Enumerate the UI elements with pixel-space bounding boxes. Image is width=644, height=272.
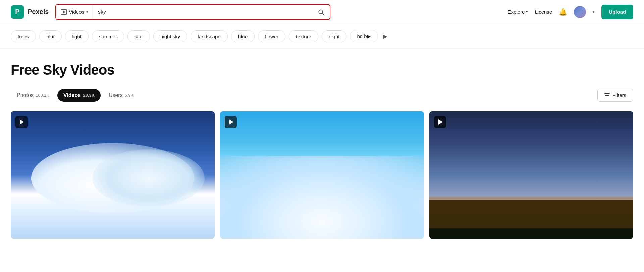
tag-texture[interactable]: texture <box>289 30 318 42</box>
video-card-1[interactable] <box>11 111 215 239</box>
tab-users-count: 5.9K <box>125 93 134 98</box>
page-title: Free Sky Videos <box>11 62 633 78</box>
search-icon <box>318 9 324 15</box>
filters-button[interactable]: Filters <box>597 89 633 102</box>
avatar-chevron-icon[interactable]: ▾ <box>593 10 595 14</box>
video-thumb-3 <box>429 111 633 239</box>
tabs-row: Photos 160.1K Videos 28.3K Users 5.9K Fi… <box>11 89 633 102</box>
tags-more-arrow-icon[interactable]: ▶ <box>383 32 387 40</box>
filters-icon <box>604 93 610 97</box>
svg-line-1 <box>323 13 324 15</box>
explore-link[interactable]: Explore ▾ <box>508 9 528 15</box>
tag-trees[interactable]: trees <box>11 30 36 42</box>
search-type-button[interactable]: Videos ▾ <box>56 5 93 19</box>
notifications-bell-icon[interactable]: 🔔 <box>559 8 567 16</box>
filters-label: Filters <box>612 92 626 98</box>
video-thumb-1 <box>11 111 215 239</box>
chevron-down-icon: ▾ <box>86 10 88 14</box>
main-content: Free Sky Videos Photos 160.1K Videos 28.… <box>0 49 644 239</box>
tag-star[interactable]: star <box>127 30 150 42</box>
tab-videos[interactable]: Videos 28.3K <box>57 89 101 102</box>
tag-night[interactable]: night <box>322 30 347 42</box>
tags-row: trees blur light summer star night sky l… <box>0 24 644 49</box>
search-type-label: Videos <box>69 9 84 15</box>
tab-photos-label: Photos <box>17 92 34 98</box>
tab-users-label: Users <box>109 92 123 98</box>
play-badge-3 <box>434 116 446 128</box>
video-card-3[interactable] <box>429 111 633 239</box>
tag-landscape[interactable]: landscape <box>191 30 227 42</box>
search-input[interactable] <box>93 9 312 15</box>
header: P Pexels Videos ▾ Explore ▾ License 🔔 <box>0 0 644 24</box>
tag-light[interactable]: light <box>65 30 89 42</box>
play-badge-2 <box>225 116 237 128</box>
license-link[interactable]: License <box>535 9 552 15</box>
tag-summer[interactable]: summer <box>92 30 124 42</box>
video-thumb-2 <box>220 111 424 239</box>
tab-photos-count: 160.1K <box>36 93 49 98</box>
tag-flower[interactable]: flower <box>258 30 285 42</box>
tag-blur[interactable]: blur <box>39 30 62 42</box>
tab-group: Photos 160.1K Videos 28.3K Users 5.9K <box>11 89 140 102</box>
tab-videos-label: Videos <box>63 92 81 98</box>
avatar[interactable] <box>574 6 586 18</box>
tag-night-sky[interactable]: night sky <box>153 30 187 42</box>
avatar-image <box>574 6 586 18</box>
tab-users[interactable]: Users 5.9K <box>103 89 140 102</box>
tag-hd-b[interactable]: hd b▶ <box>350 30 378 42</box>
logo-icon: P <box>11 5 24 19</box>
tag-blue[interactable]: blue <box>231 30 255 42</box>
explore-chevron-icon: ▾ <box>526 10 528 14</box>
tab-photos[interactable]: Photos 160.1K <box>11 89 55 102</box>
logo-text: Pexels <box>28 8 49 16</box>
search-bar: Videos ▾ <box>55 4 330 20</box>
logo[interactable]: P Pexels <box>11 5 49 19</box>
tab-videos-count: 28.3K <box>83 93 95 98</box>
svg-point-0 <box>319 10 323 14</box>
nav-right: Explore ▾ License 🔔 ▾ Upload <box>508 5 633 19</box>
video-card-2[interactable] <box>220 111 424 239</box>
upload-button[interactable]: Upload <box>601 5 633 19</box>
video-grid <box>11 111 633 239</box>
video-type-icon <box>61 9 67 15</box>
search-submit-button[interactable] <box>312 5 330 19</box>
play-badge-1 <box>15 116 28 128</box>
